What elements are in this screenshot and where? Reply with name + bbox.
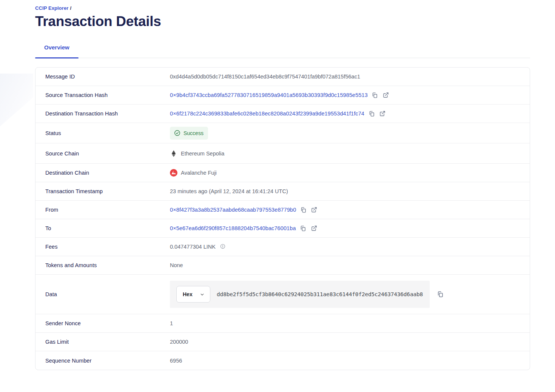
row-timestamp: Transaction Timestamp 23 minutes ago (Ap… bbox=[35, 182, 530, 201]
row-label: Destination Transaction Hash bbox=[35, 111, 170, 117]
breadcrumb: CCIP Explorer/ bbox=[35, 5, 530, 11]
tab-overview[interactable]: Overview bbox=[35, 44, 79, 58]
external-link-icon[interactable] bbox=[310, 224, 318, 232]
row-label: Status bbox=[35, 130, 170, 136]
row-sender-nonce: Sender Nonce 1 bbox=[35, 314, 530, 333]
breadcrumb-link-ccip-explorer[interactable]: CCIP Explorer bbox=[35, 5, 68, 11]
breadcrumb-separator: / bbox=[70, 5, 71, 11]
row-to: To 0×5e67ea6d6f290f857c1888204b7540bac76… bbox=[35, 219, 530, 238]
row-label: Tokens and Amounts bbox=[35, 262, 170, 268]
transaction-details-card: Message ID 0xd4d4a5d0db05dc714f8150c1af6… bbox=[35, 67, 530, 370]
row-label: Message ID bbox=[35, 74, 170, 80]
row-label: To bbox=[35, 225, 170, 231]
copy-icon[interactable] bbox=[299, 206, 307, 214]
row-label: From bbox=[35, 207, 170, 213]
fees-text: 0.047477304 LINK bbox=[170, 244, 216, 250]
source-chain-name: Ethereum Sepolia bbox=[181, 151, 224, 157]
row-status: Status Success bbox=[35, 123, 530, 143]
external-link-icon[interactable] bbox=[310, 206, 318, 214]
dest-chain-name: Avalanche Fuji bbox=[181, 170, 217, 176]
row-sequence-number: Sequence Number 6956 bbox=[35, 351, 530, 370]
row-label: Fees bbox=[35, 244, 170, 250]
ethereum-icon bbox=[170, 150, 177, 157]
from-address-link[interactable]: 0×8f427f3a3a8b2537aabde68caab797553e8779… bbox=[170, 207, 296, 213]
transaction-details-page: CCIP Explorer/ Transaction Details Overv… bbox=[0, 0, 555, 370]
copy-icon[interactable] bbox=[299, 224, 307, 232]
avalanche-icon bbox=[170, 169, 177, 177]
copy-icon[interactable] bbox=[436, 291, 444, 298]
row-message-id: Message ID 0xd4d4a5d0db05dc714f8150c1af6… bbox=[35, 68, 530, 86]
copy-icon[interactable] bbox=[368, 110, 375, 117]
message-id-text: 0xd4d4a5d0db05dc714f8150c1af654ed34eb8c9… bbox=[170, 74, 360, 80]
row-dest-chain: Destination Chain Avalanche Fuji bbox=[35, 164, 530, 182]
timestamp-text: 23 minutes ago (April 12, 2024 at 16:41:… bbox=[170, 188, 288, 194]
data-format-select[interactable]: Hex bbox=[176, 286, 210, 303]
copy-icon[interactable] bbox=[371, 91, 379, 99]
row-fees: Fees 0.047477304 LINK bbox=[35, 238, 530, 256]
to-address-link[interactable]: 0×5e67ea6d6f290f857c1888204b7540bac76001… bbox=[170, 225, 296, 231]
row-label: Sequence Number bbox=[35, 358, 170, 364]
data-value-wrap: Hex dd8be2f5f5d5cf3b8640c62924025b311ae8… bbox=[170, 281, 444, 308]
row-label: Destination Chain bbox=[35, 170, 170, 176]
row-label: Gas Limit bbox=[35, 339, 170, 345]
status-badge: Success bbox=[170, 127, 208, 140]
data-hex-text: dd8be2f5f5d5cf3b8640c62924025b311ae83c61… bbox=[217, 291, 423, 297]
external-link-icon[interactable] bbox=[379, 110, 386, 117]
row-tokens: Tokens and Amounts None bbox=[35, 256, 530, 275]
row-source-chain: Source Chain Ethereum Sepolia bbox=[35, 143, 530, 164]
data-hex-box: Hex dd8be2f5f5d5cf3b8640c62924025b311ae8… bbox=[170, 281, 430, 308]
dest-chain-value: Avalanche Fuji bbox=[170, 169, 217, 177]
sender-nonce-text: 1 bbox=[170, 320, 173, 326]
row-label: Data bbox=[35, 291, 170, 297]
dest-tx-hash-link[interactable]: 0×6f2178c224c369833bafe6c028eb18ec8208a0… bbox=[170, 111, 364, 117]
sequence-number-text: 6956 bbox=[170, 358, 182, 364]
row-dest-tx-hash: Destination Transaction Hash 0×6f2178c22… bbox=[35, 105, 530, 123]
tab-bar: Overview bbox=[35, 44, 530, 58]
chevron-down-icon bbox=[199, 292, 205, 297]
check-circle-icon bbox=[173, 129, 181, 137]
info-icon[interactable] bbox=[219, 243, 227, 250]
source-chain-value: Ethereum Sepolia bbox=[170, 150, 224, 157]
page-title: Transaction Details bbox=[35, 14, 530, 29]
row-label: Sender Nonce bbox=[35, 320, 170, 326]
gas-limit-text: 200000 bbox=[170, 339, 188, 345]
row-source-tx-hash: Source Transaction Hash 0×9b4cf3743ccba6… bbox=[35, 86, 530, 105]
tokens-text: None bbox=[170, 262, 183, 268]
external-link-icon[interactable] bbox=[382, 91, 390, 99]
row-gas-limit: Gas Limit 200000 bbox=[35, 333, 530, 351]
message-id-value: 0xd4d4a5d0db05dc714f8150c1af654ed34eb8c9… bbox=[170, 74, 530, 80]
status-text: Success bbox=[183, 130, 204, 136]
data-format-selected: Hex bbox=[183, 291, 193, 297]
row-label: Source Transaction Hash bbox=[35, 92, 170, 98]
row-from: From 0×8f427f3a3a8b2537aabde68caab797553… bbox=[35, 201, 530, 219]
source-tx-hash-link[interactable]: 0×9b4cf3743ccba69fa5277830716519859a9401… bbox=[170, 92, 368, 98]
row-label: Transaction Timestamp bbox=[35, 188, 170, 194]
row-data: Data Hex dd8be2f5f5d5cf3b8640c62924025b3… bbox=[35, 275, 530, 314]
row-label: Source Chain bbox=[35, 151, 170, 157]
